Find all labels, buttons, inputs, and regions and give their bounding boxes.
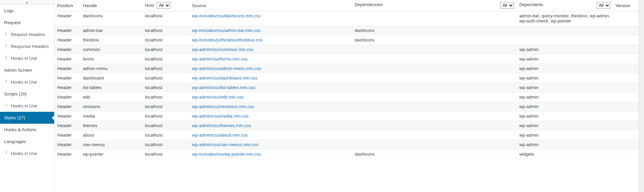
sidebar-item-hooks-in-use[interactable]: Hooks in Use <box>0 52 54 64</box>
cell-source[interactable]: wp-includes/js/thickbox/thickbox.css <box>189 35 352 45</box>
sidebar-item-logs[interactable]: Logs <box>0 5 54 17</box>
sidebar-item-scripts-20-[interactable]: Scripts (20) <box>0 88 54 100</box>
cell-source[interactable]: wp-includes/css/dashicons.min.css <box>189 11 352 26</box>
cell-version <box>613 35 639 45</box>
cell-dependencies <box>352 121 517 130</box>
sidebar-item-hooks-in-use[interactable]: Hooks in Use <box>0 147 54 159</box>
sidebar-item-request-headers[interactable]: Request Headers <box>0 29 54 40</box>
cell-dependents: wp-admin <box>517 83 613 92</box>
cell-handle: admin-bar <box>80 26 142 35</box>
cell-dependents: wp-admin <box>517 54 613 64</box>
cell-handle: wp-pointer <box>80 150 142 159</box>
cell-position: Header <box>54 111 80 121</box>
cell-dependents: widgets <box>517 150 613 159</box>
table-row: Headermedialocalhostwp-admin/css/media.m… <box>54 111 639 121</box>
cell-source[interactable]: wp-admin/css/about.min.css <box>189 130 352 140</box>
table-row: Headereditlocalhostwp-admin/css/edit.min… <box>54 92 639 102</box>
cell-position: Header <box>54 64 80 73</box>
col-header-handle[interactable]: Handle <box>80 0 142 11</box>
host-filter-select[interactable]: All <box>157 2 170 9</box>
table-row: Headerdashiconslocalhostwp-includes/css/… <box>54 11 639 26</box>
sidebar-item-hooks-actions[interactable]: Hooks & Actions <box>0 124 54 136</box>
cell-version <box>613 73 639 83</box>
cell-version <box>613 150 639 159</box>
cell-source[interactable]: wp-admin/css/common.min.css <box>189 45 352 54</box>
cell-source[interactable]: wp-admin/css/list-tables.min.css <box>189 83 352 92</box>
cell-host: localhost <box>142 26 189 35</box>
cell-dependencies <box>352 45 517 54</box>
cell-host: localhost <box>142 121 189 130</box>
cell-handle: dashboard <box>80 73 142 83</box>
cell-position: Header <box>54 11 80 26</box>
col-header-dependencies[interactable]: Dependencies All <box>352 0 517 11</box>
cell-version <box>613 45 639 54</box>
cell-dependencies <box>352 130 517 140</box>
cell-dependencies <box>352 102 517 111</box>
col-header-host[interactable]: Host All <box>142 0 189 11</box>
cell-host: localhost <box>142 150 189 159</box>
sidebar-item-languages[interactable]: Languages <box>0 136 54 147</box>
cell-source[interactable]: wp-admin/css/revisions.min.css <box>189 102 352 111</box>
cell-dependents: wp-admin <box>517 130 613 140</box>
cell-position: Header <box>54 121 80 130</box>
sidebar-item-admin-screen[interactable]: Admin Screen <box>0 64 54 76</box>
table-row: Headerlist-tableslocalhostwp-admin/css/l… <box>54 83 639 92</box>
sidebar-item-request[interactable]: Request <box>0 17 54 29</box>
cell-host: localhost <box>142 73 189 83</box>
table-row: Headerwp-pointerlocalhostwp-includes/css… <box>54 150 639 159</box>
cell-dependents: wp-admin <box>517 102 613 111</box>
sidebar-item-styles-27-[interactable]: Styles (27) <box>0 112 54 124</box>
cell-source[interactable]: wp-includes/css/wp-pointer.min.css <box>189 150 352 159</box>
cell-handle: themes <box>80 121 142 130</box>
cell-host: localhost <box>142 45 189 54</box>
cell-dependencies <box>352 83 517 92</box>
cell-host: localhost <box>142 54 189 64</box>
cell-position: Header <box>54 102 80 111</box>
cell-source[interactable]: wp-admin/css/themes.min.css <box>189 121 352 130</box>
table-row: Headerthemeslocalhostwp-admin/css/themes… <box>54 121 639 130</box>
dependencies-filter-select[interactable]: All <box>500 2 514 9</box>
col-header-version[interactable]: Version <box>613 0 639 11</box>
main-scrollbar[interactable] <box>639 0 644 192</box>
cell-dependents: wp-admin <box>517 92 613 102</box>
table-row: Headernav-menuslocalhostwp-admin/css/nav… <box>54 140 639 150</box>
cell-source[interactable]: wp-admin/css/nav-menus.min.css <box>189 140 352 150</box>
table-row: Headercommonlocalhostwp-admin/css/common… <box>54 45 639 54</box>
cell-source[interactable]: wp-admin/css/dashboard.min.css <box>189 73 352 83</box>
cell-version <box>613 83 639 92</box>
sidebar-item-hooks-in-use[interactable]: Hooks in Use <box>0 76 54 88</box>
cell-source[interactable]: wp-admin/css/media.min.css <box>189 111 352 121</box>
cell-host: localhost <box>142 11 189 26</box>
sidebar-scroll-up[interactable]: ▲ <box>0 0 54 5</box>
cell-handle: admin-menu <box>80 64 142 73</box>
cell-version <box>613 92 639 102</box>
cell-position: Header <box>54 130 80 140</box>
cell-dependencies <box>352 54 517 64</box>
dependents-filter-select[interactable]: All <box>597 2 610 9</box>
cell-host: localhost <box>142 83 189 92</box>
cell-dependents: wp-admin <box>517 73 613 83</box>
cell-version <box>613 111 639 121</box>
cell-source[interactable]: wp-includes/css/admin-bar.min.css <box>189 26 352 35</box>
cell-position: Header <box>54 54 80 64</box>
table-row: Headeradmin-barlocalhostwp-includes/css/… <box>54 26 639 35</box>
cell-handle: thickbox <box>80 35 142 45</box>
col-header-position[interactable]: Position <box>54 0 80 11</box>
cell-version <box>613 11 639 26</box>
cell-position: Header <box>54 26 80 35</box>
cell-source[interactable]: wp-admin/css/admin-menu.min.css <box>189 64 352 73</box>
cell-dependencies <box>352 92 517 102</box>
cell-host: localhost <box>142 102 189 111</box>
cell-dependents <box>517 26 613 35</box>
col-header-dependents[interactable]: Dependents All <box>517 0 613 11</box>
cell-source[interactable]: wp-admin/css/forms.min.css <box>189 54 352 64</box>
cell-dependents: wp-admin <box>517 45 613 54</box>
cell-source[interactable]: wp-admin/css/edit.min.css <box>189 92 352 102</box>
cell-version <box>613 121 639 130</box>
sidebar-item-hooks-in-use[interactable]: Hooks in Use <box>0 100 54 112</box>
sidebar-item-response-headers[interactable]: Response Headers <box>0 40 54 52</box>
col-header-source[interactable]: Source <box>189 0 352 11</box>
cell-dependencies <box>352 73 517 83</box>
table-row: Headeraboutlocalhostwp-admin/css/about.m… <box>54 130 639 140</box>
cell-dependents: wp-admin <box>517 64 613 73</box>
